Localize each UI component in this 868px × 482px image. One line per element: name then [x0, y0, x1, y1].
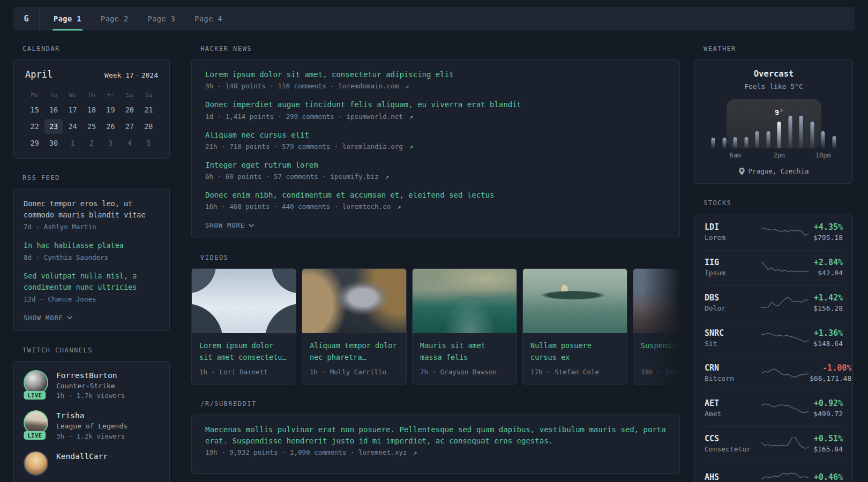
calendar-day: 21: [139, 102, 158, 117]
video-title[interactable]: Nullam posuere cursus ex: [530, 340, 619, 363]
stock-identity: CRNBitcorn: [705, 363, 760, 384]
daylight-band: [727, 99, 821, 148]
weather-bar: [712, 138, 715, 148]
stock-price: $795.18: [810, 233, 843, 243]
stock-sparkline: [760, 400, 810, 418]
twitch-channel-game: League of Legends: [56, 421, 128, 432]
stock-values: +0.46%: [810, 472, 843, 482]
stock-row[interactable]: SNRCSit+1.36%$148.64: [705, 321, 843, 356]
twitch-channel-meta: 1h · 1.7k viewers: [56, 391, 125, 401]
video-title[interactable]: Aliquam tempor dolor nec pharetra…: [310, 340, 399, 363]
stock-sparkline: [760, 364, 810, 382]
tab-page-4[interactable]: Page 4: [194, 7, 222, 31]
video-card[interactable]: Nullam posuere cursus ex17h · Stefan Col…: [522, 268, 627, 385]
rss-show-more-label: SHOW MORE: [24, 314, 63, 322]
feed-item-title[interactable]: Donec tempor eros leo, ut commodo mauris…: [24, 198, 160, 221]
tab-page-3[interactable]: Page 3: [148, 7, 176, 31]
video-card[interactable]: Suspendisse diam18h · Tara: [633, 268, 680, 385]
feed-item-title[interactable]: Donec imperdiet augue tincidunt felis al…: [205, 99, 666, 110]
stock-change: +0.51%: [810, 433, 843, 445]
feed-item: In hac habitasse platea8d · Cynthia Saun…: [24, 240, 160, 261]
video-title[interactable]: Suspendisse diam: [641, 340, 680, 363]
calendar-month: April: [25, 69, 53, 80]
feed-item-title[interactable]: Donec enim nibh, condimentum et accumsan…: [205, 190, 666, 200]
calendar-day: 3: [101, 135, 119, 150]
rss-widget: RSS FEED Donec tempor eros leo, ut commo…: [13, 174, 170, 331]
videos-widget: VIDEOS Lorem ipsum dolor sit amet consec…: [191, 254, 680, 385]
calendar-header: April Week 17·2024: [25, 69, 158, 80]
stock-name: Dolor: [705, 304, 760, 314]
feed-item: Donec tempor eros leo, ut commodo mauris…: [24, 198, 160, 231]
stock-row[interactable]: CRNBitcorn-1.00%$66,171.48: [705, 356, 843, 391]
feed-item-meta: 1d · 1,414 points · 299 comments · ipsum…: [205, 112, 666, 120]
feed-item-title[interactable]: In hac habitasse platea: [24, 240, 160, 251]
weather-condition: Overcast: [708, 69, 840, 79]
avatar: [24, 451, 48, 476]
rss-show-more-button[interactable]: SHOW MORE: [24, 314, 72, 322]
stock-row[interactable]: AHS+0.46%: [705, 462, 843, 482]
feed-item: Lorem ipsum dolor sit amet, consectetur …: [205, 69, 666, 90]
calendar-dow-header: Th: [88, 89, 95, 101]
stock-change: +4.35%: [810, 222, 843, 233]
video-card[interactable]: Lorem ipsum dolor sit amet consectetu…1h…: [191, 268, 296, 385]
stock-identity: SNRCSit: [705, 328, 760, 349]
external-link-icon: ↗: [405, 142, 413, 150]
weather-bar: [734, 137, 737, 148]
subreddit-section-label: /R/SUBREDDIT: [200, 400, 680, 408]
weather-bar: [744, 137, 748, 148]
feed-item-title[interactable]: Integer eget rutrum lorem: [205, 160, 666, 170]
video-card[interactable]: Mauris sit amet massa felis7h · Grayson …: [412, 268, 517, 385]
chevron-down-icon: [67, 316, 72, 320]
stock-symbol: AHS: [705, 472, 760, 482]
stock-row[interactable]: CCSConsectetur+0.51%$165.84: [705, 426, 843, 462]
calendar-day: 26: [101, 119, 119, 134]
twitch-channel-row[interactable]: LIVEForrestBurtonCounter-Strike1h · 1.7k…: [24, 370, 160, 402]
feed-item-meta: 6h · 60 points · 57 comments · ipsumify.…: [205, 172, 666, 180]
video-title[interactable]: Mauris sit amet massa felis: [420, 340, 509, 363]
stock-values: +1.42%$156.28: [810, 292, 843, 314]
video-thumbnail: [633, 269, 680, 333]
rss-card: Donec tempor eros leo, ut commodo mauris…: [13, 189, 170, 331]
video-card-body: Mauris sit amet massa felis7h · Grayson …: [413, 333, 517, 384]
twitch-channel-row[interactable]: LIVETrishaLeague of Legends3h · 1.2k vie…: [24, 410, 160, 442]
external-link-icon: ↗: [393, 202, 401, 210]
stock-row[interactable]: AETAmet+0.92%$499.72: [705, 391, 843, 426]
stock-values: +4.35%$795.18: [810, 222, 843, 243]
tab-page-2[interactable]: Page 2: [101, 7, 129, 31]
app-logo[interactable]: G: [13, 7, 39, 31]
hackernews-card: Lorem ipsum dolor sit amet, consectetur …: [191, 59, 680, 238]
feed-item-title[interactable]: Sed volutpat nulla nisl, a condimentum n…: [24, 270, 160, 293]
feed-item-title[interactable]: Lorem ipsum dolor sit amet, consectetur …: [205, 69, 666, 80]
stock-identity: AHS: [705, 472, 760, 482]
feed-item-meta: 16h · 468 points · 440 comments · loremt…: [205, 202, 666, 210]
video-meta: 18h · Tara: [641, 368, 680, 376]
stock-symbol: SNRC: [705, 328, 760, 339]
weather-bar: [810, 122, 814, 148]
feed-item-meta: 8d · Cynthia Saunders: [24, 253, 160, 261]
feed-item-title[interactable]: Aliquam nec cursus elit: [205, 130, 666, 140]
tab-page-1[interactable]: Page 1: [54, 7, 81, 31]
stock-row[interactable]: IIGIpsum+2.84%$42.04: [705, 250, 843, 285]
stock-values: -1.00%$66,171.48: [810, 363, 851, 384]
video-card[interactable]: Aliquam tempor dolor nec pharetra…1h · M…: [302, 268, 407, 385]
stock-price: $66,171.48: [810, 374, 851, 384]
live-badge: LIVE: [24, 431, 46, 440]
stock-price: $499.72: [810, 409, 843, 419]
stock-change: +1.36%: [810, 328, 843, 339]
hackernews-show-more-button[interactable]: SHOW MORE: [205, 222, 254, 229]
feed-item-title[interactable]: Maecenas mollis pulvinar erat non posuer…: [205, 424, 666, 446]
calendar-dow-header: Su: [145, 89, 152, 101]
stock-row[interactable]: LDILorem+4.35%$795.18: [705, 215, 843, 250]
twitch-channel-row[interactable]: KendallCarr: [24, 451, 160, 476]
calendar-dow-header: Tu: [50, 89, 57, 101]
stock-row[interactable]: DBSDolor+1.42%$156.28: [705, 285, 843, 321]
video-card-body: Lorem ipsum dolor sit amet consectetu…1h…: [192, 333, 296, 384]
twitch-channel-info: ForrestBurtonCounter-Strike1h · 1.7k vie…: [56, 370, 125, 402]
stock-symbol: LDI: [705, 222, 760, 233]
stock-name: Lorem: [705, 233, 760, 243]
nav-divider: [39, 7, 40, 31]
weather-hour-label: 10pm: [815, 152, 831, 159]
calendar-dow-header: Fr: [107, 89, 114, 101]
video-title[interactable]: Lorem ipsum dolor sit amet consectetu…: [199, 340, 288, 363]
feed-item: Maecenas mollis pulvinar erat non posuer…: [205, 424, 666, 456]
